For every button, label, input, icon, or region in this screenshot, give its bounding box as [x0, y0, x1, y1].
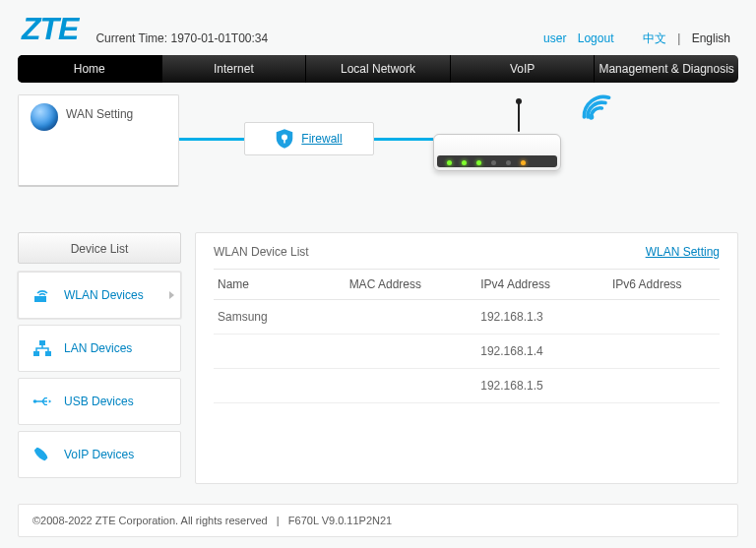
- footer: ©2008-2022 ZTE Corporation. All rights r…: [18, 504, 738, 537]
- main-nav: Home Internet Local Network VoIP Managem…: [18, 55, 738, 83]
- wlan-device-list-panel: WLAN Device List WLAN Setting Name MAC A…: [195, 232, 738, 484]
- brand-logo: ZTE: [22, 11, 78, 47]
- col-ipv4: IPv4 Address: [476, 270, 608, 300]
- svg-rect-4: [39, 340, 45, 345]
- wan-setting-card[interactable]: WAN Setting: [18, 94, 179, 187]
- sidebar-item-label: WLAN Devices: [64, 288, 144, 302]
- device-list-sidebar: Device List WLAN Devices LAN Devices USB…: [18, 232, 181, 484]
- cell-ipv6: [608, 335, 720, 369]
- col-name: Name: [214, 270, 346, 300]
- separator: |: [271, 515, 285, 526]
- firewall-card[interactable]: Firewall: [244, 122, 374, 155]
- cell-mac: [346, 369, 477, 403]
- sidebar-item-wlan-devices[interactable]: WLAN Devices: [18, 272, 181, 319]
- svg-rect-1: [284, 140, 286, 144]
- sidebar-item-usb-devices[interactable]: USB Devices: [18, 378, 181, 425]
- separator: [625, 31, 632, 45]
- cell-ipv6: [608, 369, 720, 403]
- wifi-small-icon: [32, 286, 52, 304]
- svg-point-2: [589, 114, 594, 119]
- current-time: Current Time: 1970-01-01T00:34: [95, 31, 268, 51]
- antenna-icon: [518, 102, 520, 132]
- nav-local-network[interactable]: Local Network: [306, 55, 451, 83]
- router-leds: [447, 160, 526, 165]
- device-table: Name MAC Address IPv4 Address IPv6 Addre…: [214, 269, 720, 403]
- wifi-icon: [579, 91, 614, 126]
- panel-title: WLAN Device List: [214, 245, 309, 259]
- sidebar-header: Device List: [18, 232, 181, 264]
- cell-name: [214, 335, 346, 369]
- connector-line: [179, 138, 244, 141]
- sidebar-item-voip-devices[interactable]: VoIP Devices: [18, 431, 181, 478]
- usb-icon: [32, 393, 52, 410]
- cell-name: [214, 369, 346, 403]
- lan-icon: [32, 339, 52, 357]
- wlan-setting-link[interactable]: WLAN Setting: [646, 245, 720, 259]
- phone-icon: [32, 446, 52, 463]
- connector-line: [374, 138, 433, 141]
- chevron-right-icon: [169, 291, 174, 299]
- logout-link[interactable]: Logout: [578, 31, 614, 45]
- cell-mac: [346, 335, 477, 369]
- top-right-links: user Logout 中文 | English: [539, 30, 734, 47]
- sidebar-item-label: VoIP Devices: [64, 448, 134, 461]
- separator: |: [677, 31, 680, 45]
- table-row: Samsung 192.168.1.3: [214, 300, 720, 335]
- svg-rect-6: [45, 351, 51, 356]
- sidebar-item-lan-devices[interactable]: LAN Devices: [18, 325, 181, 372]
- lang-zh-link[interactable]: 中文: [643, 31, 666, 45]
- cell-mac: [346, 300, 477, 335]
- cell-ipv6: [608, 300, 720, 335]
- topology-panel: WAN Setting Firewall: [18, 94, 738, 203]
- svg-point-0: [282, 135, 287, 141]
- lang-en-label: English: [692, 31, 730, 45]
- nav-voip[interactable]: VoIP: [451, 55, 596, 83]
- copyright-text: ©2008-2022 ZTE Corporation. All rights r…: [32, 515, 268, 526]
- shield-icon: [276, 129, 293, 149]
- svg-rect-5: [33, 351, 39, 356]
- table-row: 192.168.1.4: [214, 335, 720, 369]
- col-ipv6: IPv6 Address: [608, 270, 720, 300]
- router-graphic: [433, 104, 561, 177]
- cell-ipv4: 192.168.1.5: [476, 369, 608, 403]
- firewall-link[interactable]: Firewall: [301, 132, 342, 146]
- nav-home[interactable]: Home: [18, 55, 162, 83]
- version-text: F670L V9.0.11P2N21: [288, 515, 392, 526]
- cell-ipv4: 192.168.1.4: [476, 335, 608, 369]
- nav-internet[interactable]: Internet: [162, 55, 307, 83]
- table-row: 192.168.1.5: [214, 369, 720, 403]
- nav-management[interactable]: Management & Diagnosis: [595, 55, 738, 83]
- wan-setting-label: WAN Setting: [66, 105, 133, 121]
- col-mac: MAC Address: [346, 270, 477, 300]
- cell-ipv4: 192.168.1.3: [476, 300, 608, 335]
- cell-name: Samsung: [214, 300, 346, 335]
- user-link[interactable]: user: [543, 31, 566, 45]
- sidebar-item-label: USB Devices: [64, 395, 134, 408]
- svg-rect-3: [34, 296, 46, 302]
- globe-icon: [31, 103, 58, 131]
- sidebar-item-label: LAN Devices: [64, 341, 132, 355]
